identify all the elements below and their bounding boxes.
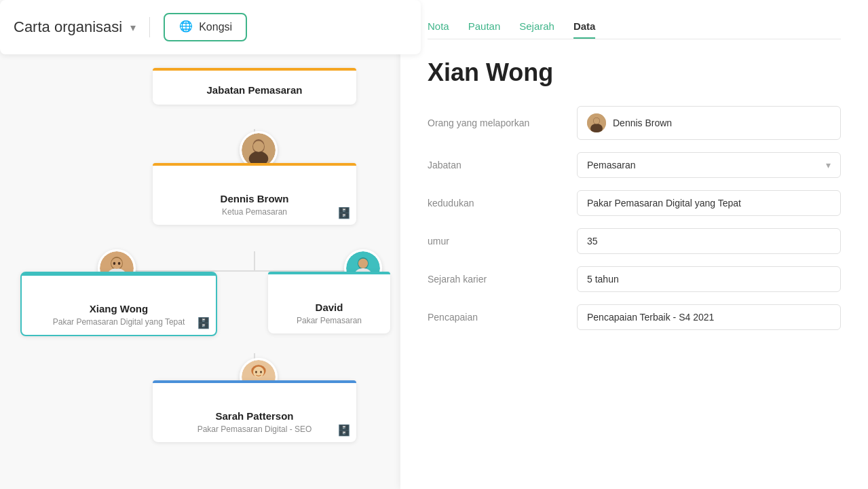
tab-sejarah[interactable]: Sejarah	[519, 20, 554, 39]
chevron-down-icon: ▾	[826, 160, 831, 170]
field-row-umur: umur 35	[428, 228, 841, 254]
field-row-kedudukan: kedudukan Pakar Pemasaran Digital yang T…	[428, 190, 841, 216]
svg-point-18	[255, 371, 257, 374]
page-title: Carta organisasi	[14, 18, 122, 36]
dennis-title: Ketua Pemasaran	[161, 207, 348, 217]
field-value-jabatan[interactable]: Pemasaran ▾	[577, 152, 841, 178]
node-top-bar	[153, 380, 356, 383]
tab-pautan[interactable]: Pautan	[468, 20, 501, 39]
xiang-title: Pakar Pemasaran Digital yang Tepat	[30, 317, 208, 327]
divider	[149, 17, 150, 37]
share-button[interactable]: 🌐 Kongsi	[164, 13, 247, 41]
field-row-sejarah: Sejarah karier 5 tahun	[428, 266, 841, 292]
database-icon: 🗄️	[197, 316, 210, 329]
jabatan-value: Pemasaran	[587, 160, 636, 170]
top-bar: Carta organisasi ▾ 🌐 Kongsi	[0, 0, 421, 54]
globe-icon: 🌐	[178, 20, 193, 35]
right-panel: Nota Pautan Sejarah Data Xian Wong Orang…	[400, 0, 868, 489]
david-title: Pakar Pemasaran	[276, 316, 382, 325]
sarah-node[interactable]: Sarah Patterson Pakar Pemasaran Digital …	[153, 380, 356, 442]
field-row-jabatan: Jabatan Pemasaran ▾	[428, 152, 841, 178]
david-name: David	[276, 302, 382, 313]
field-row-pencapaian: Pencapaian Pencapaian Terbaik - S4 2021	[428, 304, 841, 330]
jabatan-name: Jabatan Pemasaran	[207, 84, 303, 96]
umur-value: 35	[587, 236, 598, 247]
sarah-title: Pakar Pemasaran Digital - SEO	[161, 424, 348, 434]
node-top-bar	[153, 163, 356, 166]
field-row-reporter: Orang yang melaporkan Dennis Brown	[428, 106, 841, 140]
field-label-pencapaian: Pencapaian	[428, 312, 563, 323]
svg-point-9	[118, 262, 121, 265]
david-node[interactable]: David Pakar Pemasaran	[268, 272, 390, 333]
node-top-bar	[22, 273, 216, 276]
dennis-node[interactable]: Dennis Brown Ketua Pemasaran 🗄️	[153, 163, 356, 225]
field-value-pencapaian[interactable]: Pencapaian Terbaik - S4 2021	[577, 304, 841, 330]
field-label-sejarah: Sejarah karier	[428, 274, 563, 285]
kedudukan-value: Pakar Pemasaran Digital yang Tepat	[587, 198, 741, 209]
svg-point-13	[358, 259, 368, 268]
node-top-bar	[268, 272, 390, 274]
svg-point-23	[594, 118, 600, 124]
sejarah-value: 5 tahun	[587, 274, 619, 285]
field-label-reporter: Orang yang melaporkan	[428, 117, 563, 128]
tabs: Nota Pautan Sejarah Data	[428, 20, 841, 39]
pencapaian-value: Pencapaian Terbaik - S4 2021	[587, 312, 714, 323]
field-value-umur[interactable]: 35	[577, 228, 841, 254]
dennis-name: Dennis Brown	[161, 193, 348, 204]
org-chart-area: Jabatan Pemasaran Dennis Brown Ketua Pem…	[0, 0, 400, 489]
field-value-sejarah[interactable]: 5 tahun	[577, 266, 841, 292]
jabatan-node[interactable]: Jabatan Pemasaran	[153, 68, 356, 105]
svg-point-8	[113, 262, 116, 265]
field-value-reporter[interactable]: Dennis Brown	[577, 106, 841, 140]
node-top-bar	[153, 68, 356, 71]
field-value-kedudukan[interactable]: Pakar Pemasaran Digital yang Tepat	[577, 190, 841, 216]
tab-data[interactable]: Data	[573, 20, 596, 39]
database-icon: 🗄️	[337, 424, 351, 437]
field-label-kedudukan: kedudukan	[428, 198, 563, 209]
share-label: Kongsi	[199, 21, 232, 33]
chevron-down-icon[interactable]: ▾	[130, 21, 136, 34]
sarah-name: Sarah Patterson	[161, 410, 348, 422]
reporter-name: Dennis Brown	[613, 117, 672, 128]
svg-point-7	[111, 258, 122, 269]
xiang-name: Xiang Wong	[30, 303, 208, 314]
database-icon: 🗄️	[337, 206, 351, 219]
svg-point-3	[253, 141, 264, 152]
xiang-node[interactable]: Xiang Wong Pakar Pemasaran Digital yang …	[20, 272, 217, 336]
field-label-jabatan: Jabatan	[428, 160, 563, 170]
connector-line	[254, 251, 255, 272]
field-label-umur: umur	[428, 236, 563, 247]
reporter-avatar	[587, 113, 606, 132]
tab-nota[interactable]: Nota	[428, 20, 449, 39]
person-name: Xian Wong	[428, 58, 841, 87]
svg-point-19	[260, 371, 262, 374]
